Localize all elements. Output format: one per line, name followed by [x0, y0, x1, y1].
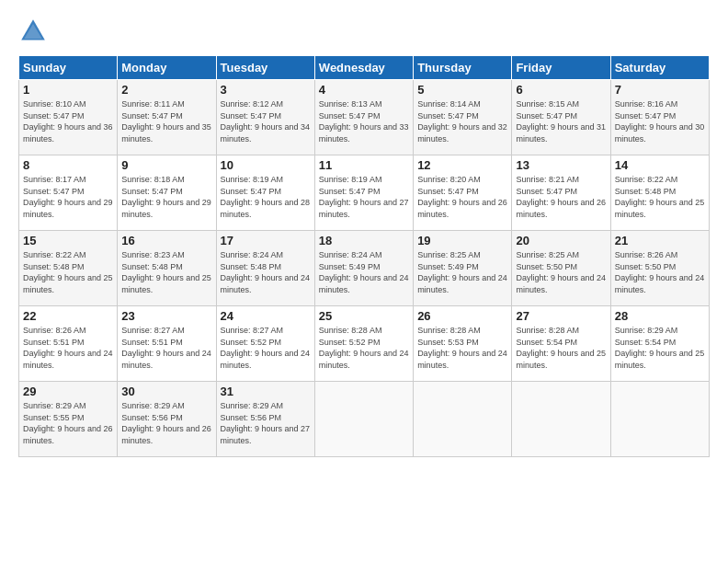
day-number: 6: [516, 83, 606, 97]
day-cell: 18Sunrise: 8:24 AM Sunset: 5:49 PM Dayli…: [314, 231, 413, 306]
day-number: 14: [615, 158, 705, 172]
day-cell: 6Sunrise: 8:15 AM Sunset: 5:47 PM Daylig…: [512, 80, 610, 155]
day-cell: [610, 382, 709, 457]
day-info: Sunrise: 8:14 AM Sunset: 5:47 PM Dayligh…: [417, 98, 507, 144]
day-cell: 3Sunrise: 8:12 AM Sunset: 5:47 PM Daylig…: [216, 80, 314, 155]
day-cell: 4Sunrise: 8:13 AM Sunset: 5:47 PM Daylig…: [314, 80, 413, 155]
day-number: 3: [221, 83, 311, 97]
day-number: 25: [319, 309, 409, 323]
day-info: Sunrise: 8:27 AM Sunset: 5:51 PM Dayligh…: [121, 325, 211, 371]
day-info: Sunrise: 8:17 AM Sunset: 5:47 PM Dayligh…: [23, 174, 113, 220]
day-number: 26: [417, 309, 507, 323]
day-info: Sunrise: 8:16 AM Sunset: 5:47 PM Dayligh…: [615, 98, 705, 144]
day-cell: 31Sunrise: 8:29 AM Sunset: 5:56 PM Dayli…: [216, 382, 314, 457]
day-number: 30: [121, 385, 211, 398]
day-header-saturday: Saturday: [610, 56, 709, 80]
day-cell: 15Sunrise: 8:22 AM Sunset: 5:48 PM Dayli…: [19, 231, 118, 306]
day-header-sunday: Sunday: [19, 56, 118, 80]
day-cell: 25Sunrise: 8:28 AM Sunset: 5:52 PM Dayli…: [314, 306, 413, 382]
day-cell: 19Sunrise: 8:25 AM Sunset: 5:49 PM Dayli…: [414, 231, 512, 306]
day-number: 10: [221, 158, 311, 172]
day-number: 17: [221, 234, 311, 247]
day-cell: 22Sunrise: 8:26 AM Sunset: 5:51 PM Dayli…: [19, 306, 118, 382]
day-cell: 26Sunrise: 8:28 AM Sunset: 5:53 PM Dayli…: [414, 306, 512, 382]
day-info: Sunrise: 8:26 AM Sunset: 5:51 PM Dayligh…: [23, 325, 113, 371]
day-cell: 20Sunrise: 8:25 AM Sunset: 5:50 PM Dayli…: [512, 231, 610, 306]
day-cell: 16Sunrise: 8:23 AM Sunset: 5:48 PM Dayli…: [118, 231, 216, 306]
day-header-friday: Friday: [512, 56, 610, 80]
day-number: 13: [516, 158, 606, 172]
day-cell: 23Sunrise: 8:27 AM Sunset: 5:51 PM Dayli…: [118, 306, 216, 382]
day-info: Sunrise: 8:11 AM Sunset: 5:47 PM Dayligh…: [121, 98, 211, 144]
day-cell: 12Sunrise: 8:20 AM Sunset: 5:47 PM Dayli…: [414, 155, 512, 231]
week-row-4: 22Sunrise: 8:26 AM Sunset: 5:51 PM Dayli…: [19, 306, 710, 382]
day-info: Sunrise: 8:19 AM Sunset: 5:47 PM Dayligh…: [221, 174, 311, 220]
day-cell: 5Sunrise: 8:14 AM Sunset: 5:47 PM Daylig…: [414, 80, 512, 155]
day-cell: 24Sunrise: 8:27 AM Sunset: 5:52 PM Dayli…: [216, 306, 314, 382]
day-info: Sunrise: 8:13 AM Sunset: 5:47 PM Dayligh…: [319, 98, 409, 144]
day-number: 15: [23, 234, 113, 247]
day-info: Sunrise: 8:22 AM Sunset: 5:48 PM Dayligh…: [615, 174, 705, 220]
day-number: 24: [221, 309, 311, 323]
day-info: Sunrise: 8:21 AM Sunset: 5:47 PM Dayligh…: [516, 174, 606, 220]
day-info: Sunrise: 8:22 AM Sunset: 5:48 PM Dayligh…: [23, 249, 113, 295]
day-info: Sunrise: 8:24 AM Sunset: 5:48 PM Dayligh…: [221, 249, 311, 295]
day-info: Sunrise: 8:15 AM Sunset: 5:47 PM Dayligh…: [516, 98, 606, 144]
day-info: Sunrise: 8:28 AM Sunset: 5:53 PM Dayligh…: [417, 325, 507, 371]
day-header-monday: Monday: [118, 56, 216, 80]
day-cell: 11Sunrise: 8:19 AM Sunset: 5:47 PM Dayli…: [314, 155, 413, 231]
day-number: 12: [417, 158, 507, 172]
day-number: 1: [23, 83, 113, 97]
day-cell: 21Sunrise: 8:26 AM Sunset: 5:50 PM Dayli…: [610, 231, 709, 306]
day-cell: 14Sunrise: 8:22 AM Sunset: 5:48 PM Dayli…: [610, 155, 709, 231]
day-cell: 17Sunrise: 8:24 AM Sunset: 5:48 PM Dayli…: [216, 231, 314, 306]
week-row-2: 8Sunrise: 8:17 AM Sunset: 5:47 PM Daylig…: [19, 155, 710, 231]
week-row-1: 1Sunrise: 8:10 AM Sunset: 5:47 PM Daylig…: [19, 80, 710, 155]
day-number: 28: [615, 309, 705, 323]
page: SundayMondayTuesdayWednesdayThursdayFrid…: [0, 0, 728, 466]
day-info: Sunrise: 8:25 AM Sunset: 5:50 PM Dayligh…: [516, 249, 606, 295]
day-cell: 9Sunrise: 8:18 AM Sunset: 5:47 PM Daylig…: [118, 155, 216, 231]
day-info: Sunrise: 8:10 AM Sunset: 5:47 PM Dayligh…: [23, 98, 113, 144]
day-number: 29: [23, 385, 113, 398]
logo-icon: [18, 17, 48, 46]
day-number: 9: [121, 158, 211, 172]
day-info: Sunrise: 8:29 AM Sunset: 5:55 PM Dayligh…: [23, 400, 113, 446]
day-number: 23: [121, 309, 211, 323]
day-number: 20: [516, 234, 606, 247]
day-cell: [414, 382, 512, 457]
day-cell: 8Sunrise: 8:17 AM Sunset: 5:47 PM Daylig…: [19, 155, 118, 231]
day-number: 19: [417, 234, 507, 247]
day-info: Sunrise: 8:26 AM Sunset: 5:50 PM Dayligh…: [615, 249, 705, 295]
day-cell: 28Sunrise: 8:29 AM Sunset: 5:54 PM Dayli…: [610, 306, 709, 382]
day-number: 31: [221, 385, 311, 398]
day-info: Sunrise: 8:29 AM Sunset: 5:54 PM Dayligh…: [615, 325, 705, 371]
week-row-5: 29Sunrise: 8:29 AM Sunset: 5:55 PM Dayli…: [19, 382, 710, 457]
day-number: 8: [23, 158, 113, 172]
day-number: 4: [319, 83, 409, 97]
day-info: Sunrise: 8:27 AM Sunset: 5:52 PM Dayligh…: [221, 325, 311, 371]
day-cell: 30Sunrise: 8:29 AM Sunset: 5:56 PM Dayli…: [118, 382, 216, 457]
day-info: Sunrise: 8:20 AM Sunset: 5:47 PM Dayligh…: [417, 174, 507, 220]
day-number: 5: [417, 83, 507, 97]
day-info: Sunrise: 8:18 AM Sunset: 5:47 PM Dayligh…: [121, 174, 211, 220]
day-cell: 27Sunrise: 8:28 AM Sunset: 5:54 PM Dayli…: [512, 306, 610, 382]
header: [18, 17, 710, 46]
week-row-3: 15Sunrise: 8:22 AM Sunset: 5:48 PM Dayli…: [19, 231, 710, 306]
day-number: 18: [319, 234, 409, 247]
day-info: Sunrise: 8:29 AM Sunset: 5:56 PM Dayligh…: [121, 400, 211, 446]
logo: [18, 17, 51, 46]
day-number: 22: [23, 309, 113, 323]
day-info: Sunrise: 8:28 AM Sunset: 5:52 PM Dayligh…: [319, 325, 409, 371]
day-number: 27: [516, 309, 606, 323]
day-number: 21: [615, 234, 705, 247]
day-number: 11: [319, 158, 409, 172]
day-cell: 13Sunrise: 8:21 AM Sunset: 5:47 PM Dayli…: [512, 155, 610, 231]
day-cell: 29Sunrise: 8:29 AM Sunset: 5:55 PM Dayli…: [19, 382, 118, 457]
day-header-thursday: Thursday: [414, 56, 512, 80]
day-number: 7: [615, 83, 705, 97]
calendar-header-row: SundayMondayTuesdayWednesdayThursdayFrid…: [19, 56, 710, 80]
day-info: Sunrise: 8:25 AM Sunset: 5:49 PM Dayligh…: [417, 249, 507, 295]
day-cell: 10Sunrise: 8:19 AM Sunset: 5:47 PM Dayli…: [216, 155, 314, 231]
day-number: 2: [121, 83, 211, 97]
